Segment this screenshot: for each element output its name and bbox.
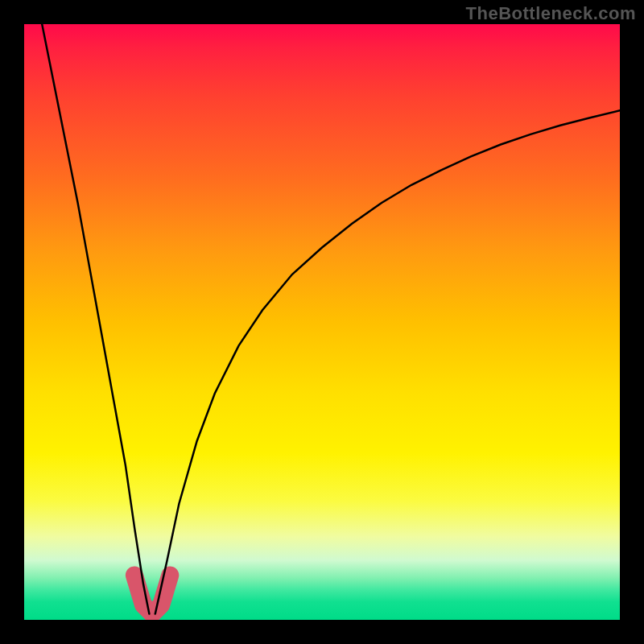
curve-overlay: [24, 24, 620, 620]
right-curve: [155, 110, 620, 613]
chart-frame: TheBottleneck.com: [0, 0, 644, 644]
plot-area: [24, 24, 620, 620]
bottom-highlight-curve: [134, 576, 170, 614]
watermark-text: TheBottleneck.com: [466, 3, 636, 24]
left-curve: [42, 24, 149, 614]
